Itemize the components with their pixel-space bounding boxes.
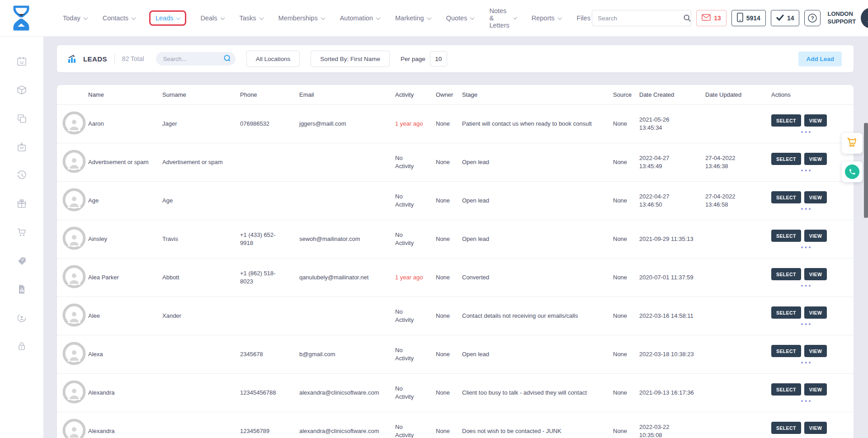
report-document-icon[interactable]: [16, 284, 28, 295]
nav-item-notes-letters[interactable]: Notes & Letters: [488, 3, 517, 33]
column-header-date-created: Date Created: [637, 91, 703, 98]
column-header-phone: Phone: [238, 91, 297, 98]
scrollbar-thumb[interactable]: [864, 123, 868, 218]
shopping-bag-icon[interactable]: [16, 141, 28, 152]
user-name: LONDON SUPPORT: [827, 10, 856, 26]
table-row: Alexa 2345678 b@gmail.com No Activity No…: [57, 335, 854, 374]
row-more-button[interactable]: ●●●: [801, 131, 812, 133]
select-button[interactable]: SELECT: [771, 306, 801, 319]
view-button[interactable]: VIEW: [804, 306, 827, 319]
app-logo-icon[interactable]: [11, 5, 33, 32]
leads-chart-icon: [68, 54, 78, 63]
add-lead-button[interactable]: Add Lead: [798, 52, 842, 66]
cell-stage: Contact details not receiving our emails…: [460, 312, 611, 320]
tasks-badge[interactable]: 14: [771, 10, 800, 26]
lock-icon[interactable]: [16, 341, 28, 352]
nav-item-marketing[interactable]: Marketing: [394, 10, 432, 26]
cell-stage: Client too busy to talk - advised they w…: [460, 389, 611, 397]
view-button[interactable]: VIEW: [804, 422, 827, 434]
floating-cart-button[interactable]: [842, 133, 863, 154]
cell-activity: No Activity: [393, 308, 434, 324]
svg-text:12: 12: [20, 61, 24, 65]
cell-phone: 2345678: [238, 350, 297, 358]
nav-item-today[interactable]: Today: [61, 10, 89, 26]
nav-item-quotes[interactable]: Quotes: [445, 10, 476, 26]
table-row: Advertisement or spam Advertisement or s…: [57, 143, 854, 182]
floating-call-button[interactable]: [842, 161, 863, 182]
select-button[interactable]: SELECT: [771, 422, 801, 434]
row-more-button[interactable]: ●●●: [801, 246, 812, 249]
column-header-date-updated: Date Updated: [703, 91, 769, 98]
select-button[interactable]: SELECT: [771, 230, 801, 242]
select-button[interactable]: SELECT: [771, 153, 801, 165]
cell-date-updated: 27-04-2022 13:46:38: [703, 154, 769, 170]
view-button[interactable]: VIEW: [804, 191, 827, 203]
nav-item-tasks[interactable]: Tasks: [238, 10, 264, 26]
cell-email: sewoh@mailinator.com: [297, 235, 393, 243]
cell-name: Age: [86, 197, 160, 205]
nav-item-contacts[interactable]: Contacts: [101, 10, 137, 26]
cell-source: None: [611, 158, 637, 166]
help-button[interactable]: ?: [804, 10, 821, 26]
row-more-button[interactable]: ●●●: [801, 169, 812, 172]
nav-item-files[interactable]: Files: [576, 10, 592, 26]
per-page-input[interactable]: 10: [430, 51, 447, 66]
cell-phone: 123456789: [238, 427, 297, 435]
row-more-button[interactable]: ●●●: [801, 207, 812, 210]
phone-badge[interactable]: 5914: [731, 10, 766, 26]
cell-actions: SELECT VIEW ●●●: [769, 191, 854, 210]
select-button[interactable]: SELECT: [771, 191, 801, 203]
cell-date-created: 2021-09-13 16:17:36: [637, 389, 703, 397]
nav-item-automation[interactable]: Automation: [339, 10, 381, 26]
cell-phone: +1 (862) 518-8023: [238, 269, 297, 285]
sort-filter[interactable]: Sorted By: First Name: [311, 51, 390, 67]
view-button[interactable]: VIEW: [804, 230, 827, 242]
cell-source: None: [611, 427, 637, 435]
view-button[interactable]: VIEW: [804, 345, 827, 357]
user-avatar[interactable]: [861, 8, 868, 28]
shopping-cart-icon[interactable]: [16, 227, 28, 238]
row-more-button[interactable]: ●●●: [801, 284, 812, 287]
row-more-button[interactable]: ●●●: [801, 361, 812, 364]
user-account-icon[interactable]: [16, 312, 28, 323]
view-button[interactable]: VIEW: [804, 383, 827, 396]
price-tag-icon[interactable]: $: [16, 255, 28, 266]
avatar: [62, 245, 86, 251]
cell-stage: Open lead: [460, 197, 611, 205]
row-more-button[interactable]: ●●●: [801, 400, 812, 402]
package-cube-icon[interactable]: [16, 85, 28, 95]
global-search: [592, 10, 691, 26]
nav-item-leads[interactable]: Leads: [149, 10, 187, 26]
global-search-input[interactable]: [592, 15, 683, 22]
history-clock-icon[interactable]: [16, 170, 28, 181]
gift-icon[interactable]: [16, 198, 28, 209]
select-button[interactable]: SELECT: [771, 383, 801, 396]
table-row: Age Age No Activity None Open lead None …: [57, 182, 854, 220]
leads-toolbar: LEADS 82 Total All Locations Sorted By: …: [57, 45, 854, 72]
view-button[interactable]: VIEW: [804, 114, 827, 127]
search-icon[interactable]: [683, 10, 691, 26]
copy-squares-icon[interactable]: [16, 113, 28, 124]
row-more-button[interactable]: ●●●: [801, 323, 812, 325]
cell-phone: +1 (433) 652-9918: [238, 231, 297, 247]
mail-badge[interactable]: 13: [696, 10, 726, 26]
cell-stage: Open lead: [460, 350, 611, 358]
nav-item-deals[interactable]: Deals: [199, 10, 225, 26]
nav-item-memberships[interactable]: Memberships: [277, 10, 326, 26]
cell-email: jggers@maill.com: [297, 120, 393, 128]
select-button[interactable]: SELECT: [771, 114, 801, 127]
view-button[interactable]: VIEW: [804, 153, 827, 165]
cell-phone: 12345456788: [238, 389, 297, 397]
calendar-12-icon[interactable]: 12: [16, 56, 28, 67]
nav-item-reports[interactable]: Reports: [530, 10, 563, 26]
sidebar: 12$: [0, 36, 43, 438]
cell-phone: 076986532: [238, 120, 297, 128]
view-button[interactable]: VIEW: [804, 268, 827, 280]
search-icon[interactable]: [223, 54, 231, 64]
leads-search-input[interactable]: [163, 56, 223, 62]
select-button[interactable]: SELECT: [771, 268, 801, 280]
column-header-owner: Owner: [434, 91, 460, 98]
leads-search: [156, 52, 236, 66]
select-button[interactable]: SELECT: [771, 345, 801, 357]
location-filter[interactable]: All Locations: [246, 51, 300, 67]
